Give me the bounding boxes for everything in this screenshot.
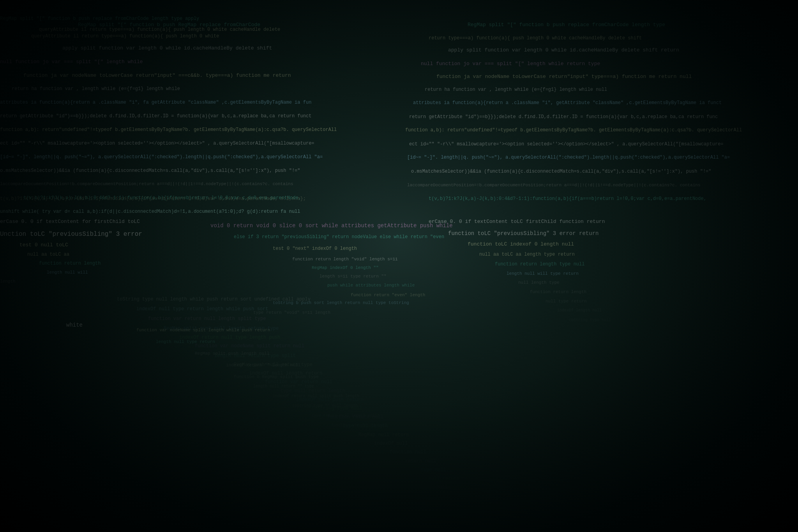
code-line-extra: null return (429, 475, 459, 482)
code-line: function return length (39, 260, 101, 267)
code-line: function ja var nodeName toLowerCase ret… (23, 72, 291, 79)
code-line-extra: RegMap split push null length return typ… (164, 325, 279, 332)
code-visualization: RegMap split "[" function b push RegMap … (0, 0, 798, 532)
code-line: void 0 return void 0 slice 0 sort while … (210, 222, 453, 230)
code-line: ect id="" "-r\\" msallowcapture='><optio… (0, 140, 314, 147)
code-line: [id~= "-]". length||q. push("~="), a.que… (0, 154, 323, 161)
code-line: null aa toLC aa (27, 251, 69, 258)
code-line: length s=11 type return "" (320, 274, 387, 279)
code-line: return ha function var , length while (e… (425, 87, 607, 93)
code-line: laccompareDocumentPosition=!b.compareDoc… (407, 182, 701, 188)
code-line-extra: indexOf null type return length while pu… (136, 306, 268, 313)
code-line: ect id="" "-r\\" msallowcapture='><optio… (409, 141, 724, 148)
code-line: [id~= "-]". length||q. push("~="), a.que… (407, 154, 730, 161)
code-line-extra: RegMap null return (358, 432, 409, 438)
code-line: queryAttribute il return type===a) funct… (31, 33, 219, 40)
code-line: null function jo var === split "[" lengt… (0, 58, 143, 65)
code-line: function return length "void" length s=1… (292, 256, 398, 262)
code-line: laccompareDocumentPosition=!b.compareDoc… (0, 181, 293, 187)
code-line-extra: type null length (343, 423, 388, 429)
code-line: Unction toLC "previousSibling" 3 error (0, 230, 142, 239)
code-line: else if 3 return "previousSibling" retur… (234, 234, 444, 240)
code-line: attributes ia function(a){return a .clas… (0, 99, 311, 106)
code-line: apply split function var length 0 while … (448, 47, 679, 54)
code-line: toString type null (569, 318, 611, 323)
code-line: return getAttribute "id")==b}});delete d… (0, 113, 311, 120)
code-line: o.msMatchesSelector))&&ia (function(a){c… (0, 168, 300, 174)
code-line: white (66, 322, 83, 329)
code-line-extra: indexOf null (374, 440, 408, 447)
code-line: function a,b): return"undefined"!=typeof… (405, 127, 742, 134)
code-line: test 0 null toLC (19, 242, 68, 249)
code-line-extra: function var nodeName split return null (195, 343, 304, 350)
code-line: RegMap split "[" function b push replace… (468, 21, 665, 28)
code-line-extra: type null (421, 467, 446, 474)
code-line: indexOf length null (557, 308, 602, 313)
code-line: return type===a) function(a){ push lengt… (429, 35, 642, 42)
code-line: erCase 0. 0 if textContent for firstChil… (0, 218, 140, 225)
code-line-extra: unshift while( try var d= call a,b):if(d… (0, 209, 300, 215)
code-line: function return length type null (495, 261, 584, 268)
code-line: apply split function var length 0 while … (62, 45, 272, 52)
code-line-extra: t(v,b)?1:k?J(k,a)-J(k,b):0:4&d?-1:1):fun… (0, 196, 306, 202)
code-line-extra: length null return type split (214, 353, 296, 359)
code-line: return getAttribute "id")==b}});delete d… (409, 114, 718, 120)
code-line: null length type (518, 280, 560, 286)
code-line-extra: function null (390, 449, 426, 456)
code-line: function ja var nodeName toLowerCase ret… (436, 73, 692, 80)
code-line-extra: queryAttribute il return type===a) funct… (39, 27, 280, 33)
code-line-extra: return null (405, 458, 436, 465)
code-line-extra: indexOf null length return (249, 370, 322, 377)
code-line: test 0 "next" indexOf 0 length (273, 246, 357, 252)
code-line: function a,b): return"undefined"!=typeof… (0, 127, 337, 133)
code-line: function return "even" length (351, 292, 425, 298)
code-line-extra: null (436, 484, 448, 491)
code-line-extra: function return null (327, 414, 383, 421)
code-line-extra: function var return null (265, 379, 332, 385)
code-line: length null will type return (507, 271, 579, 277)
code-line-extra: RegMap push null return type (234, 362, 312, 368)
code-line: null type return (546, 299, 587, 304)
code-line: o.msMatchesSelector))&&ia (function(a){c… (411, 168, 711, 175)
code-line-extra: indexOf null push return (296, 397, 364, 403)
code-line: null function jo var === split "[" lengt… (421, 60, 600, 67)
code-line: length (0, 279, 16, 285)
code-line: push while attributes length while (327, 283, 415, 288)
code-line: RegMap indexOf 0 length "" (312, 265, 379, 271)
code-line: return ha function var , length while (e… (12, 86, 180, 92)
code-line: t(v,b)?1:k?J(k,a)-J(k,b):0:4&d?-1:1):fun… (429, 196, 706, 202)
code-line-extra: indexOf return null type length push (179, 334, 280, 341)
code-line: function toLC "previousSibling" 3 error … (448, 230, 598, 238)
code-line: erCase 0. 0 if textContent toLC firstChi… (429, 218, 605, 225)
code-line-extra: toString type null (312, 405, 362, 412)
code-line-extra: type null return length (281, 388, 345, 394)
code-line-extra: function var return null length split ty… (148, 316, 266, 322)
code-line: null aa toLC aa length type return (479, 251, 575, 258)
code-line: attributes ia function(a){return a .clas… (413, 100, 722, 106)
code-line: function toLC indexof 0 length null (468, 241, 574, 248)
code-line-extra: toString type null length while push ret… (117, 296, 311, 303)
code-line: function return length (530, 289, 586, 295)
code-line-extra: RegMap split "[" function b push replace… (0, 16, 199, 22)
code-line: length null will (47, 270, 88, 276)
